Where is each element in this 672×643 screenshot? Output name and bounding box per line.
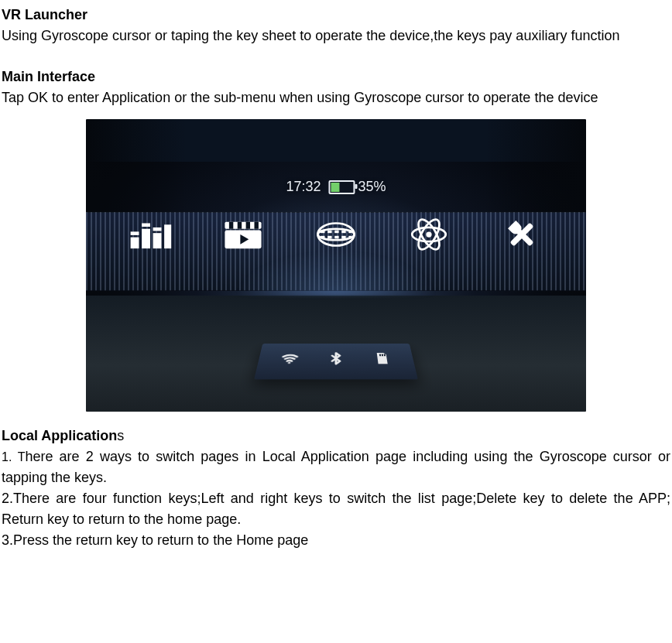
clock-text: 17:32 [286, 176, 321, 197]
svg-rect-20 [348, 231, 351, 234]
svg-rect-9 [238, 222, 242, 229]
svg-rect-33 [379, 354, 381, 357]
svg-rect-17 [327, 231, 331, 234]
local-apps-item-1-prefix: 1. T [2, 450, 25, 463]
svg-rect-16 [321, 231, 324, 234]
atom-icon[interactable] [406, 217, 451, 252]
battery-indicator: 35% [329, 176, 386, 197]
svg-rect-4 [131, 231, 139, 235]
svg-rect-22 [327, 236, 331, 239]
bluetooth-icon[interactable] [327, 352, 346, 370]
document-page: VR Launcher Using Gyroscope cursor or ta… [0, 0, 672, 559]
local-apps-item-1-rest: here are 2 ways to switch pages in Local… [2, 449, 670, 485]
svg-rect-25 [348, 236, 351, 239]
svg-point-29 [426, 231, 431, 237]
main-interface-heading: Main Interface [2, 67, 670, 87]
local-apps-list: 1. There are 2 ways to switch pages in L… [2, 446, 670, 551]
local-apps-heading-part1: Local Application [2, 428, 117, 443]
svg-rect-0 [131, 238, 139, 249]
svg-rect-23 [334, 236, 338, 239]
svg-rect-1 [142, 229, 150, 248]
main-icon-row [128, 217, 544, 252]
local-apps-heading: Local Applications [2, 426, 670, 446]
svg-rect-8 [229, 222, 233, 229]
vr-launcher-screenshot: 17:32 35% [86, 119, 586, 412]
video-icon[interactable] [221, 217, 266, 252]
svg-rect-6 [153, 227, 162, 231]
svg-rect-2 [153, 233, 162, 248]
panorama-icon[interactable] [314, 217, 358, 252]
vr-launcher-heading-text: VR Launcher [2, 7, 87, 22]
svg-rect-3 [164, 224, 171, 248]
vr-launcher-heading: VR Launcher [2, 5, 670, 26]
main-interface-body: Tap OK to enter Application or the sub-m… [2, 87, 670, 108]
status-bar: 17:32 35% [286, 176, 386, 197]
svg-point-32 [288, 362, 291, 364]
spacer [2, 46, 670, 67]
svg-rect-5 [142, 224, 150, 227]
svg-rect-11 [255, 222, 259, 229]
sdcard-icon[interactable] [372, 352, 393, 370]
system-tray [254, 344, 418, 379]
local-apps-item-1: 1. There are 2 ways to switch pages in L… [2, 446, 670, 488]
battery-percent-text: 35% [358, 176, 386, 197]
battery-fill [331, 183, 340, 192]
svg-point-14 [317, 224, 354, 246]
svg-rect-34 [382, 354, 383, 357]
svg-rect-24 [341, 236, 345, 239]
main-interface-heading-text: Main Interface [2, 69, 95, 84]
svg-rect-19 [341, 231, 345, 234]
local-apps-heading-part2: s [117, 428, 124, 443]
vr-launcher-body: Using Gyroscope cursor or taping the key… [2, 26, 670, 46]
svg-rect-18 [334, 231, 338, 234]
local-apps-item-3: 3.Press the return key to return to the … [2, 530, 670, 551]
battery-icon [329, 180, 355, 194]
svg-rect-21 [321, 236, 324, 239]
apps-icon[interactable] [128, 217, 173, 252]
local-apps-item-2: 2.There are four function keys;Left and … [2, 488, 670, 530]
tools-icon[interactable] [499, 217, 544, 252]
svg-rect-10 [246, 222, 250, 229]
wifi-icon[interactable] [279, 352, 300, 370]
